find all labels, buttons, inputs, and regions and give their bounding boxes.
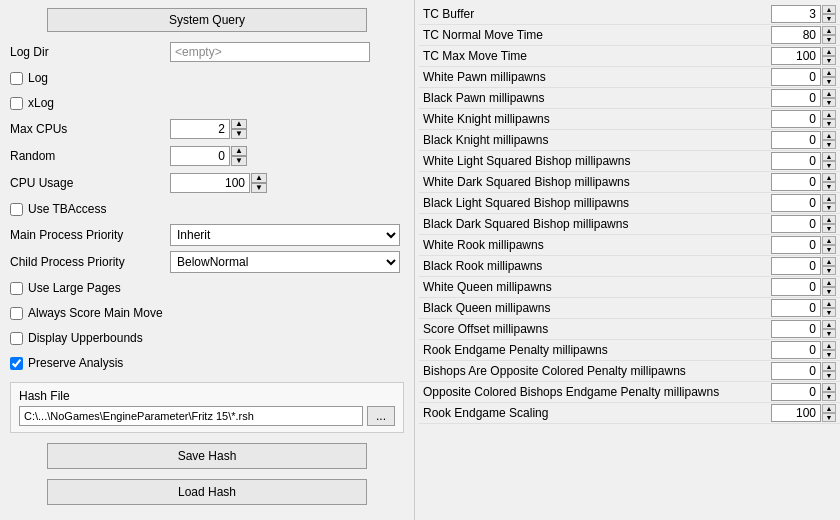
right-row-input[interactable]	[771, 173, 821, 191]
right-row-input[interactable]	[771, 341, 821, 359]
right-spin-up[interactable]: ▲	[822, 257, 836, 266]
right-row-input[interactable]	[771, 26, 821, 44]
right-spin-down[interactable]: ▼	[822, 350, 836, 359]
right-spin-up[interactable]: ▲	[822, 131, 836, 140]
max-cpus-input[interactable]	[170, 119, 230, 139]
cpu-usage-up[interactable]: ▲	[251, 173, 267, 183]
right-row-input[interactable]	[771, 257, 821, 275]
max-cpus-down[interactable]: ▼	[231, 129, 247, 139]
right-row-input[interactable]	[771, 299, 821, 317]
right-row-input[interactable]	[771, 152, 821, 170]
right-spin-down[interactable]: ▼	[822, 224, 836, 233]
right-spin-down[interactable]: ▼	[822, 98, 836, 107]
browse-button[interactable]: ...	[367, 406, 395, 426]
right-row-input[interactable]	[771, 110, 821, 128]
right-spin-down[interactable]: ▼	[822, 203, 836, 212]
hash-file-path-input[interactable]	[19, 406, 363, 426]
xlog-checkbox[interactable]	[10, 97, 23, 110]
right-spin-down[interactable]: ▼	[822, 56, 836, 65]
use-tbaccess-checkbox[interactable]	[10, 203, 23, 216]
right-spin-down[interactable]: ▼	[822, 140, 836, 149]
right-row-input[interactable]	[771, 383, 821, 401]
right-row-input[interactable]	[771, 404, 821, 422]
right-spin-up[interactable]: ▲	[822, 89, 836, 98]
child-process-priority-select[interactable]: BelowNormal Inherit Normal AboveNormal I…	[170, 251, 400, 273]
max-cpus-up[interactable]: ▲	[231, 119, 247, 129]
right-spin-down[interactable]: ▼	[822, 413, 836, 422]
right-row-label: White Knight millipawns	[423, 112, 771, 126]
right-spin-up[interactable]: ▲	[822, 404, 836, 413]
right-spin-up[interactable]: ▲	[822, 341, 836, 350]
cpu-usage-input[interactable]	[170, 173, 250, 193]
main-process-priority-select[interactable]: Inherit Normal AboveNormal BelowNormal I…	[170, 224, 400, 246]
right-row: TC Max Move Time▲▼	[419, 46, 840, 67]
right-spin-up[interactable]: ▲	[822, 299, 836, 308]
random-up[interactable]: ▲	[231, 146, 247, 156]
right-spin-down[interactable]: ▼	[822, 329, 836, 338]
cpu-usage-field: ▲ ▼	[170, 173, 267, 193]
right-spin-down[interactable]: ▼	[822, 266, 836, 275]
right-spin-up[interactable]: ▲	[822, 215, 836, 224]
right-spin-up[interactable]: ▲	[822, 236, 836, 245]
use-tbaccess-row: Use TBAccess	[10, 199, 404, 219]
right-spin-up[interactable]: ▲	[822, 278, 836, 287]
right-spin-up[interactable]: ▲	[822, 173, 836, 182]
right-spin-down[interactable]: ▼	[822, 77, 836, 86]
main-process-priority-field: Inherit Normal AboveNormal BelowNormal I…	[170, 224, 404, 246]
right-spin-up[interactable]: ▲	[822, 47, 836, 56]
right-spin-up[interactable]: ▲	[822, 152, 836, 161]
load-hash-button[interactable]: Load Hash	[47, 479, 367, 505]
right-row-label: Bishops Are Opposite Colored Penalty mil…	[423, 364, 771, 378]
right-spin-down[interactable]: ▼	[822, 245, 836, 254]
save-hash-button[interactable]: Save Hash	[47, 443, 367, 469]
right-spin-down[interactable]: ▼	[822, 35, 836, 44]
right-row-input[interactable]	[771, 236, 821, 254]
log-dir-input[interactable]	[170, 42, 370, 62]
right-row-input[interactable]	[771, 5, 821, 23]
right-spin-up[interactable]: ▲	[822, 383, 836, 392]
right-spin-down[interactable]: ▼	[822, 371, 836, 380]
right-spin-up[interactable]: ▲	[822, 26, 836, 35]
right-row-input[interactable]	[771, 215, 821, 233]
log-checkbox[interactable]	[10, 72, 23, 85]
right-spin-down[interactable]: ▼	[822, 308, 836, 317]
right-spin-down[interactable]: ▼	[822, 392, 836, 401]
display-upperbounds-checkbox[interactable]	[10, 332, 23, 345]
use-large-pages-checkbox[interactable]	[10, 282, 23, 295]
right-spin-up[interactable]: ▲	[822, 194, 836, 203]
random-row: Random ▲ ▼	[10, 145, 404, 167]
hash-file-section: Hash File ...	[10, 382, 404, 433]
right-spin-up[interactable]: ▲	[822, 110, 836, 119]
right-row-input[interactable]	[771, 131, 821, 149]
max-cpus-field: ▲ ▼	[170, 119, 247, 139]
log-label: Log	[28, 71, 48, 85]
right-spin-down[interactable]: ▼	[822, 161, 836, 170]
right-spin-up[interactable]: ▲	[822, 362, 836, 371]
right-row-input[interactable]	[771, 47, 821, 65]
right-row-input[interactable]	[771, 194, 821, 212]
right-row-input[interactable]	[771, 362, 821, 380]
right-row-spinner: ▲▼	[822, 320, 836, 338]
right-row-label: Black Pawn millipawns	[423, 91, 771, 105]
always-score-main-move-checkbox[interactable]	[10, 307, 23, 320]
right-row-label: Score Offset millipawns	[423, 322, 771, 336]
right-spin-up[interactable]: ▲	[822, 320, 836, 329]
preserve-analysis-checkbox[interactable]	[10, 357, 23, 370]
right-spin-up[interactable]: ▲	[822, 68, 836, 77]
right-spin-up[interactable]: ▲	[822, 5, 836, 14]
right-row-input[interactable]	[771, 278, 821, 296]
cpu-usage-down[interactable]: ▼	[251, 183, 267, 193]
right-row-input[interactable]	[771, 320, 821, 338]
right-spin-down[interactable]: ▼	[822, 14, 836, 23]
right-row: White Light Squared Bishop millipawns▲▼	[419, 151, 840, 172]
right-row-input[interactable]	[771, 89, 821, 107]
right-spin-down[interactable]: ▼	[822, 182, 836, 191]
random-down[interactable]: ▼	[231, 156, 247, 166]
child-process-priority-label: Child Process Priority	[10, 255, 170, 269]
right-spin-down[interactable]: ▼	[822, 119, 836, 128]
random-input[interactable]	[170, 146, 230, 166]
right-spin-down[interactable]: ▼	[822, 287, 836, 296]
right-row: TC Buffer▲▼	[419, 4, 840, 25]
right-row-input[interactable]	[771, 68, 821, 86]
system-query-button[interactable]: System Query	[47, 8, 367, 32]
